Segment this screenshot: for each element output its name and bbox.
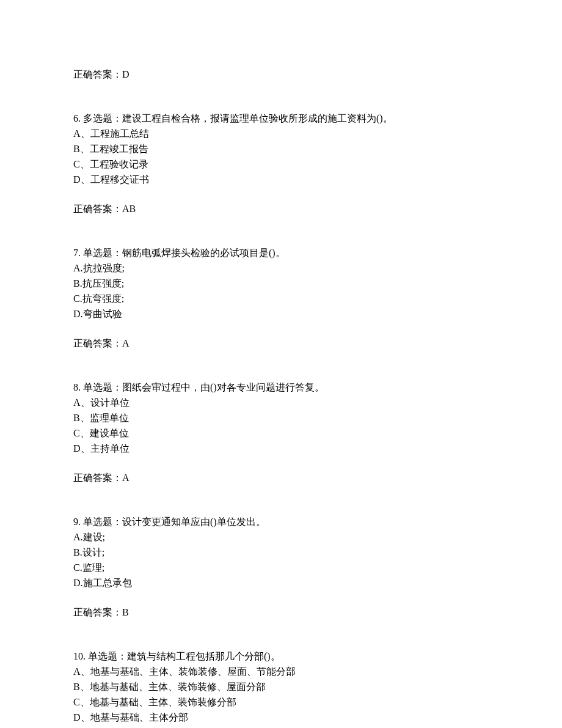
- question-text: 图纸会审过程中，由()对各专业问题进行答复。: [122, 382, 324, 392]
- option-d: D、地基与基础、主体分部: [73, 710, 489, 725]
- answer-line: 正确答案：A: [73, 471, 489, 485]
- question-stem: 9. 单选题：设计变更通知单应由()单位发出。: [73, 515, 489, 529]
- answer-value: A: [122, 472, 130, 483]
- question-stem: 6. 多选题：建设工程自检合格，报请监理单位验收所形成的施工资料为()。: [73, 111, 489, 126]
- option-b: B、监理单位: [73, 411, 489, 425]
- question-type: 多选题：: [83, 113, 122, 123]
- option-a: A、地基与基础、主体、装饰装修、屋面、节能分部: [73, 664, 489, 679]
- option-d: D、主持单位: [73, 441, 489, 456]
- option-c: C、建设单位: [73, 426, 489, 441]
- option-b: B.设计;: [73, 545, 489, 560]
- prior-answer-line: 正确答案：D: [73, 67, 489, 82]
- option-d: D.施工总承包: [73, 576, 489, 590]
- answer-value: AB: [122, 204, 136, 214]
- question-9: 9. 单选题：设计变更通知单应由()单位发出。 A.建设; B.设计; C.监理…: [73, 515, 489, 620]
- answer-label: 正确答案：: [73, 472, 122, 483]
- answer-line: 正确答案：AB: [73, 202, 489, 216]
- option-c: C、地基与基础、主体、装饰装修分部: [73, 695, 489, 710]
- question-number: 10.: [73, 651, 86, 661]
- option-a: A.建设;: [73, 530, 489, 545]
- question-text: 设计变更通知单应由()单位发出。: [122, 517, 266, 527]
- option-a: A、设计单位: [73, 395, 489, 410]
- question-stem: 10. 单选题：建筑与结构工程包括那几个分部()。: [73, 649, 489, 664]
- option-b: B.抗压强度;: [73, 276, 489, 291]
- answer-value: B: [122, 607, 129, 617]
- option-c: C、工程验收记录: [73, 157, 489, 172]
- option-b: B、工程竣工报告: [73, 142, 489, 156]
- answer-label: 正确答案：: [73, 69, 122, 79]
- question-type: 单选题：: [83, 517, 122, 527]
- question-6: 6. 多选题：建设工程自检合格，报请监理单位验收所形成的施工资料为()。 A、工…: [73, 111, 489, 216]
- answer-line: 正确答案：A: [73, 336, 489, 351]
- answer-label: 正确答案：: [73, 338, 122, 348]
- option-d: D、工程移交证书: [73, 172, 489, 187]
- question-text: 建设工程自检合格，报请监理单位验收所形成的施工资料为()。: [122, 113, 393, 123]
- question-type: 单选题：: [88, 651, 127, 661]
- answer-value: A: [122, 338, 130, 348]
- question-number: 7.: [73, 248, 81, 258]
- answer-line: 正确答案：B: [73, 605, 489, 620]
- answer-value: D: [122, 69, 130, 79]
- option-c: C.监理;: [73, 561, 489, 575]
- question-number: 6.: [73, 113, 81, 123]
- answer-label: 正确答案：: [73, 204, 122, 214]
- option-b: B、地基与基础、主体、装饰装修、屋面分部: [73, 680, 489, 694]
- question-type: 单选题：: [83, 382, 122, 392]
- question-number: 9.: [73, 517, 81, 527]
- option-a: A.抗拉强度;: [73, 261, 489, 276]
- question-8: 8. 单选题：图纸会审过程中，由()对各专业问题进行答复。 A、设计单位 B、监…: [73, 380, 489, 485]
- question-10: 10. 单选题：建筑与结构工程包括那几个分部()。 A、地基与基础、主体、装饰装…: [73, 649, 489, 725]
- question-text: 钢筋电弧焊接头检验的必试项目是()。: [122, 248, 285, 258]
- answer-label: 正确答案：: [73, 607, 122, 617]
- option-a: A、工程施工总结: [73, 127, 489, 141]
- question-type: 单选题：: [83, 248, 122, 258]
- question-text: 建筑与结构工程包括那几个分部()。: [127, 651, 280, 661]
- question-number: 8.: [73, 382, 81, 392]
- question-7: 7. 单选题：钢筋电弧焊接头检验的必试项目是()。 A.抗拉强度; B.抗压强度…: [73, 246, 489, 351]
- question-stem: 8. 单选题：图纸会审过程中，由()对各专业问题进行答复。: [73, 380, 489, 395]
- option-d: D.弯曲试验: [73, 307, 489, 322]
- question-stem: 7. 单选题：钢筋电弧焊接头检验的必试项目是()。: [73, 246, 489, 260]
- option-c: C.抗弯强度;: [73, 292, 489, 306]
